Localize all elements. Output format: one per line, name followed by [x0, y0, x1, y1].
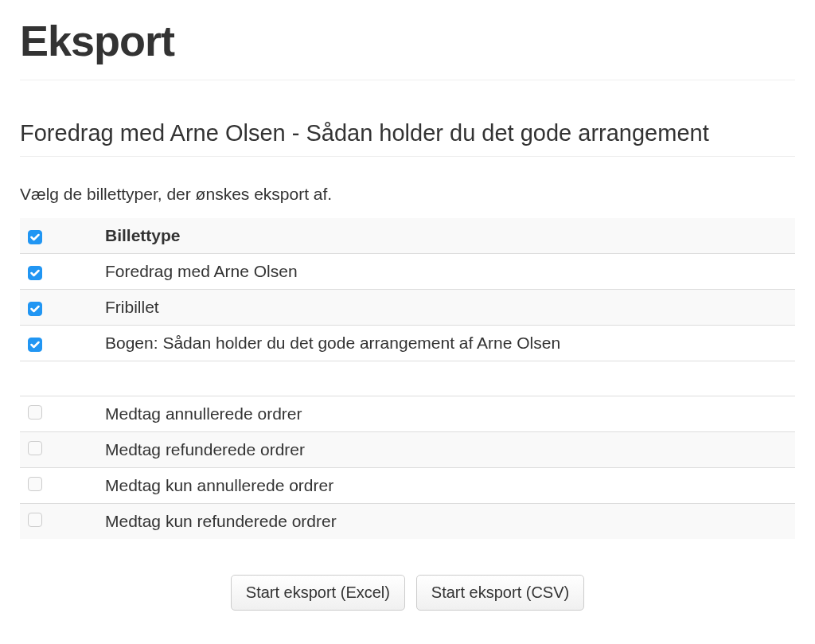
table-row: Bogen: Sådan holder du det gode arrangem…	[20, 326, 795, 361]
table-row: Fribillet	[20, 290, 795, 326]
ticket-type-table: Billettype Foredrag med Arne Olsen Fribi…	[20, 218, 795, 539]
option-label: Medtag kun refunderede ordrer	[96, 504, 795, 540]
divider	[20, 80, 795, 80]
spacer-row	[20, 361, 795, 396]
table-row: Medtag kun annullerede ordrer	[20, 468, 795, 504]
table-row: Foredrag med Arne Olsen	[20, 254, 795, 290]
option-checkbox-refunded[interactable]	[28, 441, 42, 455]
option-checkbox-only-refunded[interactable]	[28, 513, 42, 527]
export-excel-button[interactable]: Start eksport (Excel)	[231, 575, 405, 611]
ticket-type-checkbox[interactable]	[28, 338, 42, 352]
option-checkbox-cancelled[interactable]	[28, 405, 42, 420]
instruction-text: Vælg de billettyper, der ønskes eksport …	[20, 185, 795, 204]
export-csv-button[interactable]: Start eksport (CSV)	[416, 575, 584, 611]
select-all-checkbox[interactable]	[28, 230, 42, 244]
option-checkbox-only-cancelled[interactable]	[28, 477, 42, 491]
ticket-type-label: Foredrag med Arne Olsen	[96, 254, 795, 290]
ticket-type-label: Fribillet	[96, 290, 795, 326]
table-row: Medtag kun refunderede ordrer	[20, 504, 795, 540]
option-label: Medtag refunderede ordrer	[96, 432, 795, 468]
page-title: Eksport	[20, 16, 795, 65]
column-header-billettype: Billettype	[96, 218, 795, 254]
ticket-type-checkbox[interactable]	[28, 302, 42, 316]
option-label: Medtag kun annullerede ordrer	[96, 468, 795, 504]
event-title: Foredrag med Arne Olsen - Sådan holder d…	[20, 120, 795, 157]
ticket-type-checkbox[interactable]	[28, 266, 42, 280]
table-header-row: Billettype	[20, 218, 795, 254]
action-button-row: Start eksport (Excel) Start eksport (CSV…	[20, 567, 795, 611]
ticket-type-label: Bogen: Sådan holder du det gode arrangem…	[96, 326, 795, 361]
table-row: Medtag refunderede ordrer	[20, 432, 795, 468]
table-row: Medtag annullerede ordrer	[20, 396, 795, 432]
option-label: Medtag annullerede ordrer	[96, 396, 795, 432]
